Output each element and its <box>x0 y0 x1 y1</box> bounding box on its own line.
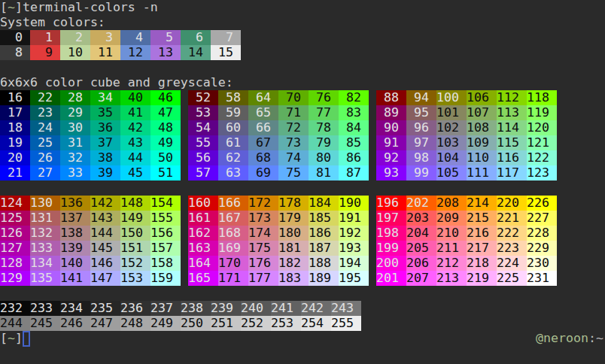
color-cell-58: 58 <box>218 90 248 105</box>
color-cell-52: 52 <box>188 90 218 105</box>
color-cell-85: 85 <box>339 135 369 150</box>
color-cell-206: 206 <box>406 256 436 271</box>
cube-row: 128134140146152158 <box>0 256 181 271</box>
color-cell-106: 106 <box>467 90 497 105</box>
color-cell-39: 39 <box>90 165 120 180</box>
color-cell-87: 87 <box>339 165 369 180</box>
cube-row: 566268748086 <box>188 150 369 165</box>
cube-row: 164170176182188194 <box>188 256 369 271</box>
color-cell-164: 164 <box>188 256 218 271</box>
color-cell-187: 187 <box>309 241 339 256</box>
color-cell-53: 53 <box>188 105 218 120</box>
status-colon: : <box>588 331 596 345</box>
terminal-screen[interactable]: [~]terminal-colors -n System colors: 012… <box>0 0 605 364</box>
color-cell-93: 93 <box>376 165 406 180</box>
color-cell-209: 209 <box>436 211 467 226</box>
color-cell-113: 113 <box>497 105 527 120</box>
color-cell-100: 100 <box>436 90 467 105</box>
color-cube-blocks-16-123: 1622283440461723293541471824303642481925… <box>0 90 605 180</box>
terminal-cursor[interactable] <box>23 331 30 347</box>
color-cell-112: 112 <box>497 90 527 105</box>
color-cell-16: 16 <box>0 90 30 105</box>
color-cell-49: 49 <box>150 135 181 150</box>
color-cell-191: 191 <box>339 211 369 226</box>
cube-row: 525864707682 <box>188 90 369 105</box>
color-cell-222: 222 <box>497 226 527 241</box>
prompt-path: ~ <box>8 0 15 14</box>
color-cell-92: 92 <box>376 150 406 165</box>
cube-row: 129135141147153159 <box>0 271 181 286</box>
color-cell-233: 233 <box>30 301 60 316</box>
color-cell-51: 51 <box>150 165 181 180</box>
cube-row: 163169175181187193 <box>188 241 369 256</box>
color-cell-243: 243 <box>331 301 361 316</box>
color-cell-59: 59 <box>218 105 248 120</box>
color-cell-98: 98 <box>406 150 436 165</box>
cube-block-88: 8894100106112118899510110711311990961021… <box>376 90 557 180</box>
color-cell-45: 45 <box>120 165 150 180</box>
color-cell-171: 171 <box>218 271 248 286</box>
color-cell-242: 242 <box>301 301 331 316</box>
command-text: terminal-colors -n <box>23 0 158 14</box>
color-cell-86: 86 <box>339 150 369 165</box>
color-cell-122: 122 <box>527 150 557 165</box>
color-cell-237: 237 <box>150 301 181 316</box>
blank-line <box>0 60 605 75</box>
prompt-bracket-open: [ <box>0 331 8 345</box>
color-cell-197: 197 <box>376 211 406 226</box>
color-cell-56: 56 <box>188 150 218 165</box>
command-line: [~]terminal-colors -n <box>0 0 605 15</box>
color-cell-22: 22 <box>30 90 60 105</box>
color-cell-17: 17 <box>0 105 30 120</box>
color-cell-238: 238 <box>181 301 211 316</box>
color-cell-41: 41 <box>120 105 150 120</box>
color-cell-77: 77 <box>309 105 339 120</box>
color-cell-90: 90 <box>376 120 406 135</box>
color-cell-208: 208 <box>436 196 467 211</box>
cube-row: 199205211217223229 <box>376 241 557 256</box>
cube-row: 200206212218224230 <box>376 256 557 271</box>
color-cell-35: 35 <box>90 105 120 120</box>
color-cell-153: 153 <box>120 271 150 286</box>
cube-row: 576369758187 <box>188 165 369 180</box>
color-cell-215: 215 <box>467 211 497 226</box>
color-cell-223: 223 <box>497 241 527 256</box>
color-cell-69: 69 <box>248 165 278 180</box>
color-cell-62: 62 <box>218 150 248 165</box>
color-cell-101: 101 <box>436 105 467 120</box>
color-cell-24: 24 <box>30 120 60 135</box>
color-cell-104: 104 <box>436 150 467 165</box>
color-cell-181: 181 <box>278 241 309 256</box>
color-cell-236: 236 <box>120 301 150 316</box>
color-cell-211: 211 <box>436 241 467 256</box>
color-cell-173: 173 <box>248 211 278 226</box>
color-cell-125: 125 <box>0 211 30 226</box>
cube-row: 172329354147 <box>0 105 181 120</box>
color-cell-68: 68 <box>248 150 278 165</box>
color-cell-27: 27 <box>30 165 60 180</box>
cube-row: 8995101107113119 <box>376 105 557 120</box>
color-cell-229: 229 <box>527 241 557 256</box>
color-cell-226: 226 <box>527 196 557 211</box>
prompt-path: ~ <box>8 331 15 345</box>
cube-label: 6x6x6 color cube and greyscale: <box>0 75 605 90</box>
color-cell-174: 174 <box>248 226 278 241</box>
color-cell-155: 155 <box>150 211 181 226</box>
color-cell-117: 117 <box>497 165 527 180</box>
color-cell-170: 170 <box>218 256 248 271</box>
blank-line <box>0 180 605 196</box>
color-cell-232: 232 <box>0 301 30 316</box>
color-cell-89: 89 <box>376 105 406 120</box>
color-cell-165: 165 <box>188 271 218 286</box>
cube-row: 127133139145151157 <box>0 241 181 256</box>
color-cell-180: 180 <box>278 226 309 241</box>
color-cell-91: 91 <box>376 135 406 150</box>
color-cell-137: 137 <box>60 211 90 226</box>
color-cell-201: 201 <box>376 271 406 286</box>
color-cell-212: 212 <box>436 256 467 271</box>
color-cell-193: 193 <box>339 241 369 256</box>
color-cell-105: 105 <box>436 165 467 180</box>
color-cell-214: 214 <box>467 196 497 211</box>
color-cell-166: 166 <box>218 196 248 211</box>
color-cell-167: 167 <box>218 211 248 226</box>
